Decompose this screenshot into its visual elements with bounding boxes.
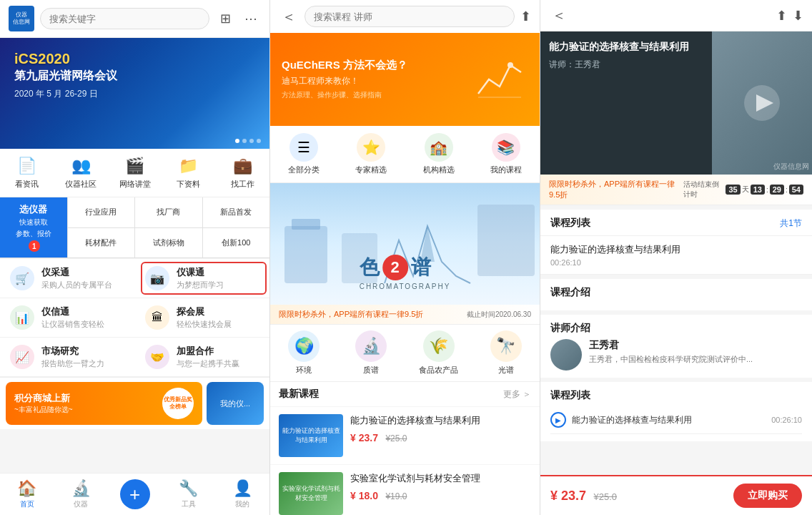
add-icon[interactable]: + [120, 479, 150, 509]
banner1-tag: iCS2020 [14, 51, 117, 67]
p2-sub-categories: 🌍 环境 🔬 质谱 🌾 食品农产品 🔭 光谱 [270, 325, 540, 382]
chroma-chinese2: 谱 [411, 254, 431, 281]
course-card-2[interactable]: 实验室化学试剂与耗材安全管理 实验室化学试剂与耗材安全管理 ¥ 18.0 ¥19… [270, 465, 540, 515]
more-icon[interactable]: ⋯ [241, 9, 261, 29]
p3-scroll-area[interactable]: 课程列表 共1节 能力验证的选择核查与结果利用 00:26:10 课程介绍 讲师… [540, 205, 812, 475]
buy-button[interactable]: 立即购买 [733, 484, 802, 508]
p3-promo-bar: 限限时秒杀外，APP端所有课程一律9.5折 活动结束倒计时 35 天 13 : … [540, 175, 812, 205]
service-yixintong[interactable]: 📊 仪信通 让仪器销售变轻松 [0, 298, 135, 337]
profile-icon: 👤 [233, 479, 252, 498]
reagents[interactable]: 试剂标物 [135, 228, 202, 258]
promo-banner[interactable]: 积分商城上新 ~丰富礼品随你选~ 优秀新品奖 全榜单 [6, 382, 202, 425]
subcat-mass-spec[interactable]: 🔬 质谱 [337, 330, 405, 376]
industry-app[interactable]: 行业应用 [68, 197, 135, 227]
price-current-1: ¥ 23.7 [350, 432, 378, 443]
yixintong-icon: 📊 [10, 305, 34, 330]
p3-price-original: ¥25.0 [594, 491, 618, 502]
panel3: ＜ ⬆ ⬇ 能力验证的选择核查与结果利用 讲师：王秀君 仪器信息网 限限时秒杀外… [540, 0, 812, 515]
service-tanhuizhan[interactable]: 🏛 探会展 轻松快速找会展 [135, 298, 270, 337]
course-card-1[interactable]: 能力验证的选择核查与结果利用 能力验证的选择核查与结果利用 ¥ 23.7 ¥25… [270, 407, 540, 464]
banner1-date: 2020 年 5 月 26-29 日 [14, 88, 117, 100]
bottom-nav-add[interactable]: + [108, 479, 162, 512]
p3-video[interactable]: 能力验证的选择核查与结果利用 讲师：王秀君 仪器信息网 [540, 31, 812, 175]
cat-all[interactable]: ☰ 全部分类 [270, 133, 337, 175]
countdown-seconds: 54 [789, 185, 803, 195]
countdown-label: 活动结束倒计时 [683, 180, 724, 200]
service-partner[interactable]: 🤝 加盟合作 与您一起携手共赢 [135, 338, 270, 376]
cat-institution[interactable]: 🏫 机构精选 [405, 133, 472, 175]
bottom-nav-profile[interactable]: 👤 我的 [216, 479, 269, 512]
nav-label-lecture: 网络讲堂 [119, 179, 151, 190]
nav-item-lecture[interactable]: 🎬 网络讲堂 [108, 156, 162, 190]
cat-all-icon: ☰ [289, 133, 318, 162]
instrument-icon: 🔬 [71, 479, 91, 498]
course-thumb-2: 实验室化学试剂与耗材安全管理 [279, 472, 343, 515]
nav-item-community[interactable]: 👥 仪器社区 [54, 156, 107, 190]
service-market[interactable]: 📈 市场研究 报告助您一臂之力 [0, 338, 135, 376]
p2-share-icon[interactable]: ⬆ [520, 9, 531, 24]
env-icon: 🌍 [288, 330, 320, 362]
quick-grid: 选仪器 快速获取 参数、报价 1 行业应用 找厂商 新品首发 耗材配件 试剂标物… [0, 197, 269, 258]
p3-back-button[interactable]: ＜ [549, 6, 569, 25]
my-promo[interactable]: 我的仪... [207, 382, 264, 425]
chroma-badge: 2 [382, 255, 408, 280]
p2-search-input[interactable] [304, 6, 515, 27]
cat-my-courses[interactable]: 📚 我的课程 [472, 133, 540, 175]
news-icon: 📄 [16, 156, 39, 176]
p3-list-name: 能力验证的选择核查与结果利用 [572, 414, 766, 426]
price-original-2: ¥19.0 [385, 491, 407, 501]
p3-item-duration: 00:26:10 [550, 258, 802, 267]
p3-share-icon[interactable]: ⬆ [776, 8, 787, 24]
back-button[interactable]: ＜ [279, 7, 299, 26]
service-list: 🛒 仪采通 采购人员的专属平台 📷 仪课通 为梦想而学习 📊 仪信通 让仪器 [0, 259, 269, 377]
mass-icon: 🔬 [355, 330, 387, 362]
p2-scroll-area[interactable]: 色 2 谱 CHROMATOGRAPHY 限限时秒杀外，APP端所有课程一律9.… [270, 183, 540, 515]
price-current-2: ¥ 18.0 [350, 490, 378, 501]
find-supplier[interactable]: 找厂商 [135, 197, 202, 227]
new-products[interactable]: 新品首发 [203, 197, 270, 227]
innovation100[interactable]: 创新100 [203, 228, 270, 258]
search-input[interactable] [40, 8, 209, 29]
nav-item-download[interactable]: 📁 下资料 [162, 156, 215, 190]
p2-promo-text: 限限时秒杀外，APP端所有课程一律9.5折 [279, 309, 423, 320]
bottom-nav-tools[interactable]: 🔧 工具 [162, 479, 215, 512]
svg-rect-2 [284, 226, 327, 283]
p3-course-list-section: 课程列表 共1节 能力验证的选择核查与结果利用 00:26:10 [540, 210, 812, 275]
panel1-banner[interactable]: iCS2020 第九届光谱网络会议 2020 年 5 月 26-29 日 [0, 38, 269, 149]
more-button[interactable]: 更多 ＞ [503, 388, 531, 401]
nav-label-news: 看资讯 [15, 179, 39, 190]
select-instrument[interactable]: 选仪器 快速获取 参数、报价 1 [0, 197, 67, 258]
nav-item-news[interactable]: 📄 看资讯 [0, 156, 54, 190]
scan-icon[interactable]: ⊞ [215, 9, 235, 29]
service-yiketong[interactable]: 📷 仪课通 为梦想而学习 [141, 262, 267, 295]
cat-expert[interactable]: ⭐ 专家精选 [337, 133, 405, 175]
subcat-food[interactable]: 🌾 食品农产品 [405, 330, 472, 376]
panel1-bottom-nav: 🏠 首页 🔬 仪器 + 🔧 工具 👤 我的 [0, 473, 269, 515]
countdown-hours: 13 [751, 185, 765, 195]
banner2-subtitle: 迪马工程师来教你！ [282, 75, 471, 87]
p3-list-item-1[interactable]: ▶ 能力验证的选择核查与结果利用 00:26:10 [550, 406, 802, 434]
nav-item-jobs[interactable]: 💼 找工作 [216, 156, 269, 190]
p3-intro-section: 课程介绍 [540, 279, 812, 310]
banner2-chart [471, 51, 528, 108]
lecture-icon: 🎬 [124, 156, 147, 176]
course-name-1: 能力验证的选择核查与结果利用 [350, 414, 531, 427]
panel2-header: ＜ ⬆ [270, 0, 540, 33]
bottom-nav-instrument[interactable]: 🔬 仪器 [54, 479, 107, 512]
p3-teacher-section: 讲师介绍 王秀君 王秀君，中国检检检疫科学研究院测试评价中... [540, 315, 812, 378]
p3-download-icon[interactable]: ⬇ [793, 8, 803, 24]
subcat-environment[interactable]: 🌍 环境 [270, 330, 337, 376]
spectro-icon: 🔭 [490, 330, 522, 362]
p3-course-title: 能力验证的选择核查与结果利用 [549, 40, 689, 54]
bottom-nav-home[interactable]: 🏠 首页 [0, 479, 54, 512]
p3-course-item-1[interactable]: 能力验证的选择核查与结果利用 00:26:10 [540, 236, 812, 275]
watermark: 仪器信息网 [773, 162, 809, 172]
consumables[interactable]: 耗材配件 [68, 228, 135, 258]
service-yicaitong[interactable]: 🛒 仪采通 采购人员的专属平台 [0, 259, 138, 298]
latest-courses-header: 最新课程 更多 ＞ [270, 382, 540, 406]
subcat-spectroscopy[interactable]: 🔭 光谱 [472, 330, 540, 376]
chroma-banner[interactable]: 色 2 谱 CHROMATOGRAPHY [270, 183, 540, 305]
price-original-1: ¥25.0 [385, 433, 407, 443]
play-icon[interactable]: ▶ [550, 412, 566, 428]
p2-banner[interactable]: QuEChERS 方法不会选？ 迪马工程师来教你！ 方法原理、操作步骤、选择指南 [270, 33, 540, 126]
